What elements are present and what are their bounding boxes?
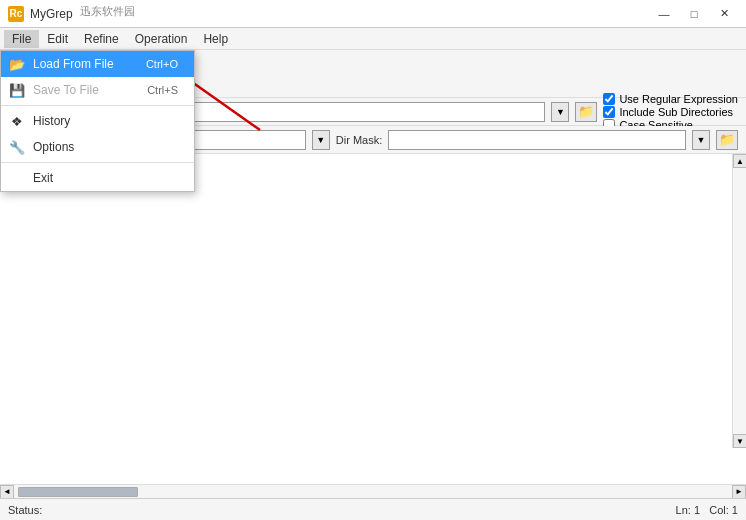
vertical-scrollbar[interactable]: ▲ ▼ [732,154,746,448]
title-bar: Rc MyGrep 迅东软件园 — □ ✕ [0,0,746,28]
menu-load-from-file[interactable]: 📂 Load From File Ctrl+O [1,51,194,77]
col-label: Col: 1 [709,504,738,516]
dir-mask-dropdown-btn[interactable]: ▼ [692,130,710,150]
status-bar: Status: Ln: 1 Col: 1 [0,498,746,520]
file-dropdown-menu: 📂 Load From File Ctrl+O 💾 Save To File C… [0,50,195,192]
dir-mask-input[interactable] [388,130,686,150]
history-label: History [33,114,70,128]
menu-exit[interactable]: Exit [1,165,194,191]
status-label: Status: [8,504,42,516]
scroll-thumb[interactable] [18,487,138,497]
menu-help[interactable]: Help [195,30,236,48]
save-file-icon: 💾 [9,82,25,98]
use-regex-checkbox[interactable] [603,93,615,105]
scroll-left-btn[interactable]: ◄ [0,485,14,499]
exit-icon [9,170,25,186]
status-position: Ln: 1 Col: 1 [676,504,738,516]
menu-refine[interactable]: Refine [76,30,127,48]
app-icon: Rc [8,6,24,22]
save-to-file-label: Save To File [33,83,99,97]
search-dropdown-btn[interactable]: ▼ [551,102,569,122]
horizontal-scrollbar[interactable]: ◄ ► [0,484,746,498]
menu-save-to-file[interactable]: 💾 Save To File Ctrl+S [1,77,194,103]
search-folder-btn[interactable]: 📁 [575,102,597,122]
menu-history[interactable]: ❖ History [1,108,194,134]
include-sub-checkbox-row[interactable]: Include Sub Directories [603,106,738,118]
menu-bar: File Edit Refine Operation Help [0,28,746,50]
menu-options[interactable]: 🔧 Options [1,134,194,160]
save-to-file-shortcut: Ctrl+S [147,84,178,96]
options-menu-label: Options [33,140,74,154]
menu-divider-2 [1,162,194,163]
load-file-icon: 📂 [9,56,25,72]
dir-mask-label: Dir Mask: [336,134,382,146]
scroll-down-btn[interactable]: ▼ [733,434,746,448]
maximize-button[interactable]: □ [680,4,708,24]
menu-edit[interactable]: Edit [39,30,76,48]
use-regex-checkbox-row[interactable]: Use Regular Expression [603,93,738,105]
app-title: MyGrep [30,7,73,21]
ln-label: Ln: 1 [676,504,700,516]
dir-mask-folder-btn[interactable]: 📁 [716,130,738,150]
close-button[interactable]: ✕ [710,4,738,24]
title-controls: — □ ✕ [650,4,738,24]
path-dropdown-btn[interactable]: ▼ [312,130,330,150]
include-sub-checkbox[interactable] [603,106,615,118]
scroll-right-btn[interactable]: ► [732,485,746,499]
use-regex-label: Use Regular Expression [619,93,738,105]
menu-file[interactable]: File [4,30,39,48]
scroll-up-btn[interactable]: ▲ [733,154,746,168]
load-from-file-label: Load From File [33,57,114,71]
exit-label: Exit [33,171,53,185]
load-from-file-shortcut: Ctrl+O [146,58,178,70]
menu-operation[interactable]: Operation [127,30,196,48]
checkbox-panel: Use Regular Expression Include Sub Direc… [603,93,738,131]
include-sub-label: Include Sub Directories [619,106,733,118]
menu-divider-1 [1,105,194,106]
minimize-button[interactable]: — [650,4,678,24]
main-content: ▲ ▼ [0,154,746,484]
options-menu-icon: 🔧 [9,139,25,155]
history-icon: ❖ [9,113,25,129]
watermark: 迅东软件园 [80,4,135,19]
